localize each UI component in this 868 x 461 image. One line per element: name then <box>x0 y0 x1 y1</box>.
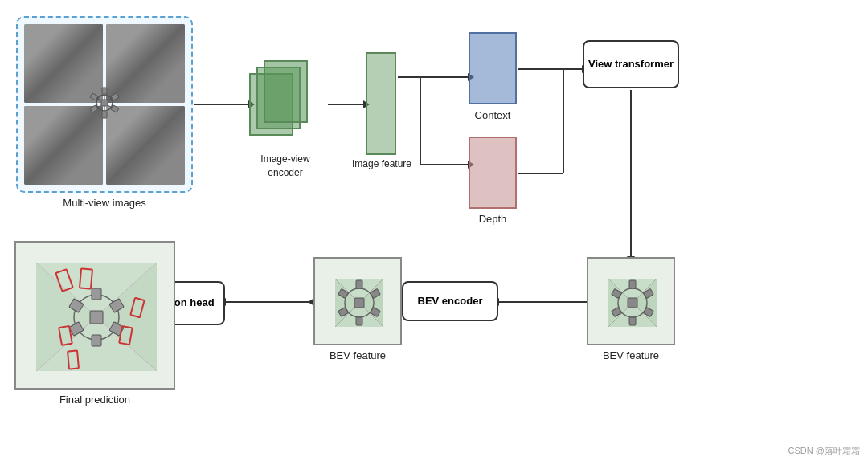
camera-icon-multi <box>85 84 124 125</box>
svg-rect-1 <box>101 100 108 106</box>
arrow-to-context <box>398 76 469 78</box>
bev-feature-middle-label: BEV feature <box>313 349 402 361</box>
multi-view-images-label: Multi-view images <box>16 197 193 209</box>
depth-block <box>469 137 517 209</box>
svg-rect-21 <box>628 298 637 308</box>
svg-rect-35 <box>354 298 364 308</box>
view-transformer-label: View transformer <box>588 58 674 71</box>
bev-feature-right-label: BEV feature <box>587 349 675 361</box>
svg-rect-49 <box>90 311 103 324</box>
view-transformer-box: View transformer <box>583 40 679 88</box>
svg-rect-22 <box>629 280 636 288</box>
svg-rect-36 <box>356 280 362 288</box>
svg-rect-39 <box>356 317 362 325</box>
arrow-depth-v <box>563 68 564 173</box>
final-prediction-label: Final prediction <box>14 394 175 406</box>
svg-rect-5 <box>102 112 107 118</box>
image-view-encoder-label: Image-viewencoder <box>241 153 330 180</box>
context-label: Context <box>461 109 525 121</box>
bev-encoder-box: BEV encoder <box>402 281 498 321</box>
arrow-context-to-vt <box>518 68 583 70</box>
final-prediction-box <box>14 241 175 390</box>
image-feature-label: Image feature <box>350 158 414 169</box>
arrow-encoder-to-feature <box>328 104 364 105</box>
image-feature-block <box>366 52 396 155</box>
diagram-container: Multi-view images Image-viewencoder Imag… <box>0 0 868 461</box>
svg-rect-50 <box>92 288 101 300</box>
arrow-mv-to-encoder <box>194 104 249 105</box>
bev-encoder-label: BEV encoder <box>418 295 483 308</box>
svg-rect-2 <box>102 88 107 94</box>
arrow-bev-to-det <box>225 301 313 303</box>
bev-feature-right-box <box>587 257 675 345</box>
bev-feature-middle-box <box>313 257 402 345</box>
svg-rect-25 <box>629 317 636 325</box>
arrow-to-depth <box>420 164 469 165</box>
arrow-depth-h <box>518 173 563 174</box>
multi-view-images-box <box>16 16 193 193</box>
watermark: CSDN @落叶霜霜 <box>788 445 860 457</box>
arrow-split-v <box>420 76 421 165</box>
arrow-vt-to-bev-right <box>630 90 632 257</box>
arrow-bev-right-to-encoder <box>498 301 587 303</box>
image-view-encoder <box>249 60 321 149</box>
context-block <box>469 32 517 104</box>
depth-label: Depth <box>461 213 525 225</box>
svg-rect-53 <box>92 335 101 346</box>
